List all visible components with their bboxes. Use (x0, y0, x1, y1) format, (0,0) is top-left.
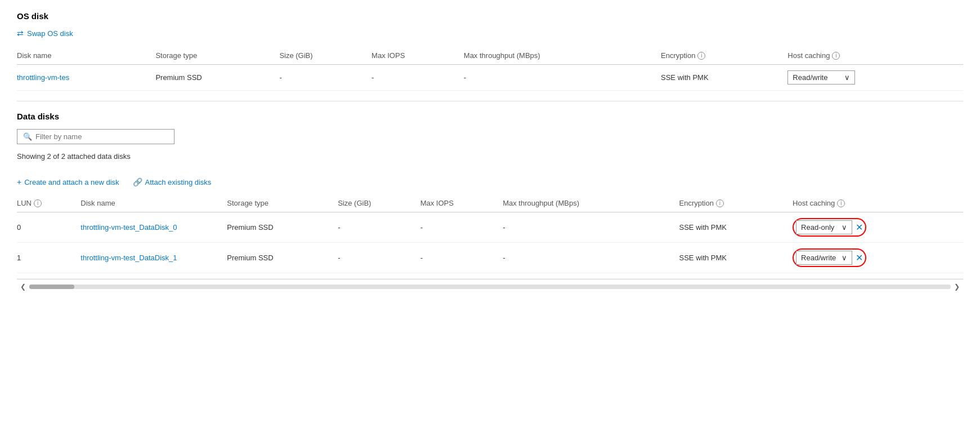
data-col-max-throughput: Max throughput (MBps) (503, 195, 679, 212)
data-encryption-info-icon[interactable]: i (716, 199, 724, 207)
size-1: - (338, 243, 420, 273)
lun-1: 1 (17, 243, 80, 273)
data-col-lun: LUN i (17, 195, 80, 212)
attach-existing-button[interactable]: 🔗 Attach existing disks (133, 177, 212, 186)
filter-input[interactable] (35, 132, 168, 141)
max-throughput-0: - (503, 212, 679, 243)
encryption-1: SSE with PMK (679, 243, 793, 273)
scroll-left-icon[interactable]: ❮ (17, 283, 29, 291)
os-max-throughput: - (464, 65, 661, 91)
data-host-caching-value-1: Read/write (801, 254, 836, 262)
host-caching-cell: Read/write ∨ ✕ (793, 248, 959, 267)
host-caching-cell: Read-only ∨ ✕ (793, 218, 959, 237)
create-attach-button[interactable]: + Create and attach a new disk (17, 177, 119, 186)
swap-os-disk-button[interactable]: ⇄ Swap OS disk (17, 29, 963, 38)
data-disks-table: LUN i Disk name Storage type Size (GiB) … (17, 195, 963, 273)
encryption-0: SSE with PMK (679, 212, 793, 243)
section-divider (17, 101, 963, 101)
scrollbar-thumb[interactable] (29, 285, 74, 289)
storage-type-1: Premium SSD (227, 243, 338, 273)
size-0: - (338, 212, 420, 243)
data-col-disk-name: Disk name (80, 195, 227, 212)
os-disk-title: OS disk (17, 11, 963, 21)
plus-icon: + (17, 177, 21, 186)
scroll-right-icon[interactable]: ❯ (951, 283, 963, 291)
chevron-icon-1: ∨ (842, 254, 847, 262)
max-iops-1: - (420, 243, 503, 273)
os-size: - (279, 65, 372, 91)
os-chevron-icon: ∨ (844, 73, 850, 82)
disk-name-link-1[interactable]: throttling-vm-test_DataDisk_1 (80, 254, 177, 262)
chevron-icon-0: ∨ (842, 223, 847, 232)
data-host-caching-dropdown-0[interactable]: Read-only ∨ (796, 220, 852, 234)
host-caching-info-icon[interactable]: i (832, 52, 840, 60)
swap-icon: ⇄ (17, 29, 24, 38)
remove-disk-button-0[interactable]: ✕ (856, 222, 863, 233)
col-host-caching: Host caching i (787, 48, 963, 65)
max-iops-0: - (420, 212, 503, 243)
data-disks-title: Data disks (17, 112, 963, 121)
col-size-gib: Size (GiB) (279, 48, 372, 65)
os-max-iops: - (372, 65, 464, 91)
scrollbar-track (29, 285, 951, 289)
create-attach-label: Create and attach a new disk (24, 178, 119, 186)
scrollbar[interactable]: ❮ ❯ (17, 279, 963, 294)
data-col-storage-type: Storage type (227, 195, 338, 212)
os-host-caching-dropdown[interactable]: Read/write ∨ (787, 70, 855, 85)
search-icon: 🔍 (23, 132, 32, 141)
storage-type-0: Premium SSD (227, 212, 338, 243)
col-storage-type: Storage type (155, 48, 279, 65)
os-disk-row: throttling-vm-tes Premium SSD - - - SSE … (17, 65, 963, 91)
data-host-caching-dropdown-1[interactable]: Read/write ∨ (796, 251, 852, 265)
encryption-info-icon[interactable]: i (697, 52, 705, 60)
disk-name-link-0[interactable]: throttling-vm-test_DataDisk_0 (80, 223, 177, 232)
os-host-caching-value: Read/write (793, 73, 827, 82)
lun-info-icon[interactable]: i (34, 199, 42, 207)
os-encryption: SSE with PMK (661, 65, 787, 91)
showing-text: Showing 2 of 2 attached data disks (17, 152, 963, 161)
data-col-size-gib: Size (GiB) (338, 195, 420, 212)
attach-icon: 🔗 (133, 177, 142, 186)
action-bar: + Create and attach a new disk 🔗 Attach … (17, 177, 963, 186)
data-col-max-iops: Max IOPS (420, 195, 503, 212)
os-disk-name-link[interactable]: throttling-vm-tes (17, 73, 69, 82)
os-disk-table: Disk name Storage type Size (GiB) Max IO… (17, 48, 963, 91)
filter-box[interactable]: 🔍 (17, 129, 174, 144)
data-host-caching-info-icon[interactable]: i (837, 199, 845, 207)
max-throughput-1: - (503, 243, 679, 273)
data-col-host-caching: Host caching i (793, 195, 963, 212)
lun-0: 0 (17, 212, 80, 243)
col-encryption: Encryption i (661, 48, 787, 65)
remove-disk-button-1[interactable]: ✕ (856, 252, 863, 263)
col-max-iops: Max IOPS (372, 48, 464, 65)
os-storage-type: Premium SSD (155, 65, 279, 91)
data-host-caching-value-0: Read-only (801, 223, 834, 232)
attach-existing-label: Attach existing disks (145, 178, 212, 186)
swap-label: Swap OS disk (27, 29, 73, 38)
col-disk-name: Disk name (17, 48, 155, 65)
col-max-throughput: Max throughput (MBps) (464, 48, 661, 65)
data-disk-row: 0 throttling-vm-test_DataDisk_0 Premium … (17, 212, 963, 243)
data-col-encryption: Encryption i (679, 195, 793, 212)
data-disk-row: 1 throttling-vm-test_DataDisk_1 Premium … (17, 243, 963, 273)
